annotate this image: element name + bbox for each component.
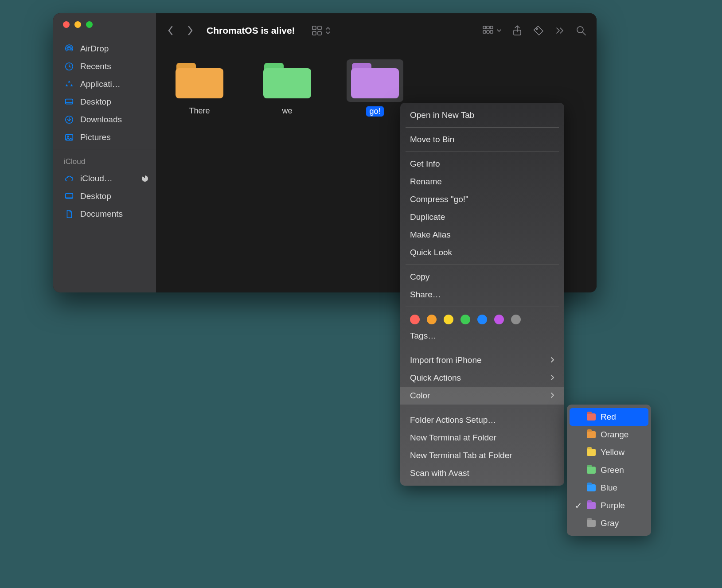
clock-icon [64, 61, 74, 72]
sidebar-item-applicati[interactable]: Applicati… [53, 75, 156, 93]
view-icon-button[interactable] [311, 25, 331, 36]
menu-separator [406, 348, 559, 348]
svg-rect-10 [312, 26, 316, 30]
menu-item[interactable]: Share… [400, 286, 564, 304]
svg-rect-17 [483, 31, 486, 33]
menu-separator [406, 408, 559, 408]
menu-item[interactable]: Get Info [400, 155, 564, 173]
folder-item[interactable]: we [256, 59, 318, 116]
toolbar: ChromatOS is alive! [156, 13, 597, 48]
menu-item[interactable]: Copy [400, 268, 564, 286]
folder-name: we [282, 106, 292, 116]
menu-item[interactable]: Color [400, 387, 564, 405]
menu-item[interactable]: Duplicate [400, 208, 564, 226]
svg-rect-8 [66, 194, 73, 199]
menu-item-label: Copy [410, 272, 554, 282]
tag-color-dot[interactable] [494, 315, 504, 324]
folder-item[interactable]: go! [344, 59, 406, 117]
document-icon [64, 209, 74, 219]
sidebar-item-downloads[interactable]: Downloads [53, 111, 156, 129]
more-button[interactable] [554, 25, 566, 36]
tags-button[interactable] [533, 25, 544, 36]
menu-item-label: Scan with Avast [410, 468, 554, 478]
fullscreen-window-button[interactable] [86, 21, 93, 28]
menu-item[interactable]: Open in New Tab [400, 106, 564, 124]
submenu-item-label: Blue [601, 483, 617, 493]
color-swatch-icon [587, 431, 596, 438]
picture-icon [64, 132, 74, 143]
submenu-item[interactable]: Gray [567, 514, 651, 532]
submenu-item[interactable]: Blue [567, 479, 651, 497]
menu-item[interactable]: Folder Actions Setup… [400, 411, 564, 429]
group-by-button[interactable] [482, 25, 502, 36]
sidebar-item-pictures[interactable]: Pictures [53, 129, 156, 146]
sidebar-item-airdrop[interactable]: AirDrop [53, 40, 156, 58]
menu-item-label: Get Info [410, 159, 554, 169]
back-button[interactable] [166, 23, 176, 38]
menu-item[interactable]: Make Alias [400, 226, 564, 244]
menu-item[interactable]: Import from iPhone [400, 351, 564, 369]
svg-rect-12 [312, 31, 316, 35]
submenu-item[interactable]: Green [567, 461, 651, 479]
menu-item[interactable]: Tags… [400, 327, 564, 345]
menu-item-label: New Terminal at Folder [410, 433, 554, 443]
svg-rect-19 [490, 31, 493, 33]
tag-color-dot[interactable] [477, 315, 487, 324]
menu-separator [406, 307, 559, 307]
svg-rect-16 [490, 26, 493, 29]
submenu-item[interactable]: Yellow [567, 444, 651, 461]
folder-name: go! [366, 106, 383, 117]
svg-rect-11 [318, 26, 321, 30]
window-controls [53, 13, 156, 37]
tag-color-dot[interactable] [511, 315, 521, 324]
submenu-item[interactable]: ✓Purple [567, 497, 651, 514]
menu-item-label: Share… [410, 290, 554, 300]
tag-color-dot[interactable] [444, 315, 453, 324]
svg-line-23 [583, 32, 585, 35]
airdrop-icon [64, 43, 74, 54]
sidebar-item-recents[interactable]: Recents [53, 58, 156, 75]
forward-button[interactable] [185, 23, 195, 38]
menu-item[interactable]: New Terminal Tab at Folder [400, 447, 564, 464]
apps-icon [64, 79, 74, 90]
menu-item[interactable]: Scan with Avast [400, 464, 564, 482]
menu-item[interactable]: Rename [400, 173, 564, 191]
svg-rect-2 [66, 99, 73, 104]
menu-item-label: Import from iPhone [410, 355, 550, 365]
svg-point-22 [577, 27, 583, 33]
tag-color-dot[interactable] [461, 315, 470, 324]
folder-item[interactable]: There [168, 59, 230, 116]
menu-separator [406, 152, 559, 152]
window-title: ChromatOS is alive! [207, 25, 295, 36]
sidebar: AirDropRecentsApplicati…DesktopDownloads… [53, 13, 156, 292]
menu-item[interactable]: Quick Actions [400, 369, 564, 387]
menu-item[interactable]: Quick Look [400, 244, 564, 261]
sidebar-item-desktop[interactable]: Desktop [53, 187, 156, 205]
sidebar-item-documents[interactable]: Documents [53, 205, 156, 223]
submenu-item[interactable]: Red [570, 408, 648, 426]
menu-item[interactable]: New Terminal at Folder [400, 429, 564, 447]
menu-item-label: Quick Actions [410, 373, 550, 383]
tag-color-dot[interactable] [410, 315, 420, 324]
menu-separator [406, 127, 559, 128]
sidebar-item-desktop[interactable]: Desktop [53, 93, 156, 111]
sidebar-item-label: Desktop [80, 191, 148, 201]
sidebar-item-icloud[interactable]: iCloud… [53, 170, 156, 187]
color-swatch-icon [587, 413, 596, 421]
menu-item[interactable]: Move to Bin [400, 131, 564, 148]
folder-icon [351, 63, 399, 98]
share-button[interactable] [511, 25, 523, 36]
close-window-button[interactable] [63, 21, 70, 28]
sidebar-item-label: Desktop [80, 97, 148, 107]
tag-color-dot[interactable] [427, 315, 437, 324]
desktop-icon [64, 97, 74, 107]
submenu-item-label: Orange [601, 430, 628, 440]
submenu-item[interactable]: Orange [567, 426, 651, 444]
search-button[interactable] [575, 25, 587, 36]
sync-progress-icon [142, 175, 148, 182]
minimize-window-button[interactable] [74, 21, 81, 28]
folder-icon [263, 63, 311, 98]
menu-item-label: Move to Bin [410, 135, 554, 144]
menu-item[interactable]: Compress "go!" [400, 191, 564, 208]
menu-item-label: Quick Look [410, 248, 554, 257]
